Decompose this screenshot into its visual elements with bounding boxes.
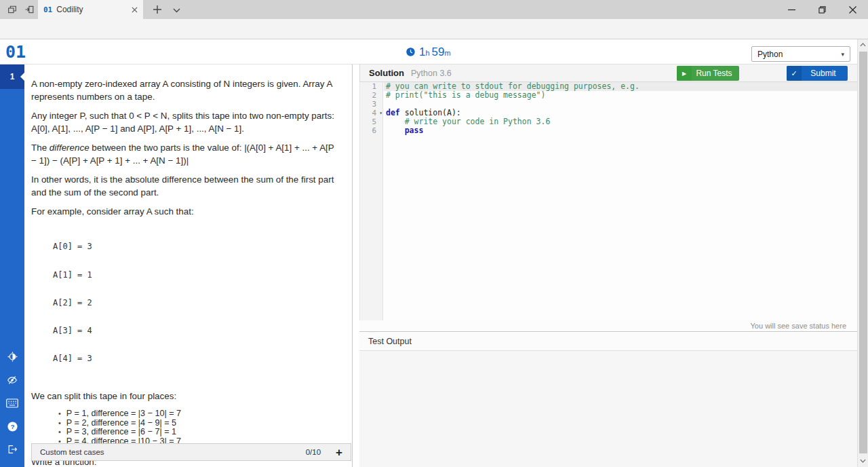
solution-title: Solution	[369, 68, 404, 78]
custom-test-cases-label: Custom test cases	[40, 448, 306, 456]
close-button[interactable]	[837, 0, 868, 19]
restore-button[interactable]	[807, 0, 837, 19]
code-fold-icon[interactable]: ▾	[379, 109, 382, 117]
code-line-2[interactable]: # print("this is a debug message")	[384, 91, 857, 100]
editor-gutter: 1 2 3 4▾ 5 6	[360, 82, 383, 320]
code-line-6[interactable]: pass	[384, 126, 857, 135]
line-number: 5	[360, 117, 382, 126]
new-tab-button[interactable]	[151, 3, 164, 16]
tab-preview-icon[interactable]	[5, 3, 19, 16]
page-scroll-up-icon[interactable]	[858, 43, 868, 47]
save-status-strip: You will see save status here	[359, 320, 857, 332]
codility-header: 01 1h59m Python ▾	[0, 39, 868, 64]
tab-close-icon[interactable]	[132, 7, 138, 13]
browser-window: 01 Codility	[0, 0, 868, 467]
svg-text:?: ?	[10, 423, 14, 430]
test-output-title: Test Output	[368, 337, 412, 346]
list-item: P = 1, difference = |3 − 10| = 7	[58, 409, 342, 419]
test-output-area	[359, 351, 857, 467]
task-tab-1[interactable]: 1	[0, 64, 24, 89]
add-test-case-icon[interactable]: +	[336, 447, 342, 458]
hide-task-eye-icon[interactable]	[6, 374, 18, 386]
language-selected: Python	[757, 50, 783, 59]
task-paragraph: Any integer P, such that 0 < P < N, spli…	[31, 109, 342, 135]
browser-tab-codility[interactable]: 01 Codility	[38, 0, 143, 19]
exit-logout-icon[interactable]	[6, 443, 18, 455]
page-scroll-down-icon[interactable]	[858, 459, 868, 463]
browser-toolbar: https://app.codility.com/c/run/trainingY…	[0, 19, 868, 39]
list-item: P = 2, difference = |4 − 9| = 5	[58, 419, 342, 428]
play-icon: ▶	[677, 66, 692, 81]
split-examples-list: P = 1, difference = |3 − 10| = 7 P = 2, …	[58, 409, 342, 446]
code-line-5[interactable]: # write your code in Python 3.6	[384, 117, 857, 126]
custom-test-cases-count: 0/10	[306, 448, 321, 456]
task-description-text: A non-empty zero-indexed array A consist…	[31, 77, 342, 467]
language-select[interactable]: Python ▾	[751, 46, 850, 62]
line-number: 6	[360, 126, 382, 135]
run-tests-button[interactable]: ▶ Run Tests	[677, 66, 739, 81]
codility-logo: 01	[5, 42, 26, 62]
save-status-text: You will see save status here	[751, 322, 846, 330]
timer-minutes: 59	[432, 45, 445, 59]
codility-favicon: 01	[43, 5, 52, 14]
custom-test-cases-bar[interactable]: Custom test cases 0/10 +	[31, 443, 351, 461]
task-description-panel: A non-empty zero-indexed array A consist…	[24, 64, 353, 467]
check-icon: ✓	[787, 66, 802, 81]
tab-list-chevron-icon[interactable]	[170, 4, 183, 16]
theme-contrast-icon[interactable]	[6, 350, 18, 362]
example-array-block: A[0] = 3 A[1] = 1 A[2] = 2 A[3] = 4 A[4]…	[53, 224, 342, 382]
tab-title: Codility	[56, 5, 132, 14]
page-scrollbar-thumb[interactable]	[859, 52, 867, 453]
task-number: 1	[10, 72, 15, 81]
task-paragraph: In other words, it is the absolute diffe…	[31, 173, 342, 199]
code-editor[interactable]: 1 2 3 4▾ 5 6 # you can write to stdout f…	[359, 82, 857, 320]
keyboard-shortcuts-icon[interactable]	[6, 397, 18, 409]
task-paragraph: The difference between the two parts is …	[31, 141, 342, 167]
browser-titlebar: 01 Codility	[0, 0, 868, 19]
help-icon[interactable]: ?	[6, 420, 18, 432]
clock-icon	[406, 47, 416, 57]
line-number: 3	[360, 100, 382, 109]
editor-language-label: Python 3.6	[411, 69, 452, 78]
select-caret-icon: ▾	[841, 51, 844, 58]
minimize-button[interactable]	[776, 0, 807, 19]
task-paragraph: For example, consider array A such that:	[31, 205, 342, 218]
pin-tab-icon[interactable]	[22, 3, 36, 16]
list-item: P = 3, difference = |6 − 7| = 1	[58, 428, 342, 437]
task-paragraph: A non-empty zero-indexed array A consist…	[31, 77, 342, 103]
task-paragraph: We can split this tape in four places:	[31, 390, 342, 403]
time-remaining: 1h59m	[406, 45, 453, 59]
line-number: 1	[360, 82, 382, 91]
code-lines[interactable]: # you can write to stdout for debugging …	[384, 82, 857, 135]
window-controls	[776, 0, 868, 19]
line-number: 2	[360, 91, 382, 100]
line-number: 4▾	[360, 109, 382, 117]
page-scrollbar[interactable]	[857, 39, 868, 467]
submit-button[interactable]: ✓ Submit	[787, 66, 848, 81]
test-output-header: Test Output	[359, 333, 857, 351]
editor-header: Solution Python 3.6 ▶ Run Tests ✓ Submit	[359, 64, 857, 82]
timer-hours: 1	[419, 45, 425, 59]
